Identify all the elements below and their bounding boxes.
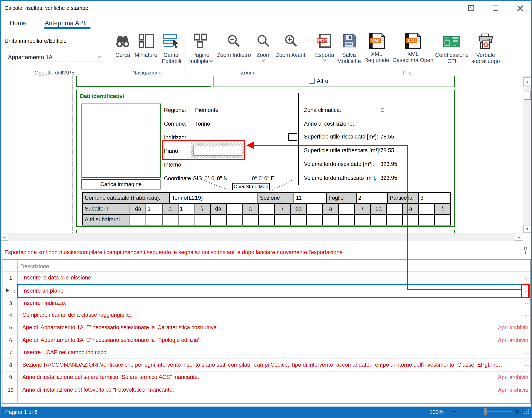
scroll-right-button[interactable]: ► <box>515 234 523 241</box>
error-row[interactable]: 7Inserire il CAP nel campo indirizzo... <box>3 347 530 359</box>
error-table-header[interactable]: Descrizione <box>20 263 49 270</box>
apri-archivio-link[interactable]: Apri archivio <box>498 337 528 344</box>
svg-text:PDF: PDF <box>318 38 327 43</box>
catasto-altri-cell[interactable] <box>402 214 419 225</box>
zoom-slider-track[interactable] <box>486 411 512 412</box>
catasto-altri-cell[interactable] <box>354 214 371 225</box>
catasto-subalterni-cell[interactable]: 1 <box>145 203 163 215</box>
error-row[interactable]: 8Sezione RACCOMANDAZIONI:Verificare che … <box>3 359 530 371</box>
catasto-subalterni-cell[interactable] <box>418 203 435 215</box>
miniature-button[interactable]: Miniature <box>134 33 158 59</box>
catasto-altri-cell[interactable] <box>434 214 451 225</box>
certificazione-cti-button[interactable]: Certificazione CTI <box>435 33 469 66</box>
error-table: Descrizione 1Inserire la data di emissio… <box>2 259 531 404</box>
pin-icon[interactable] <box>522 246 529 256</box>
group-label-zoom: Zoom <box>217 70 278 76</box>
catasto-subalterni-cell: da <box>130 203 146 215</box>
catasto-altri-cell[interactable] <box>322 214 339 225</box>
zoom-in-icon <box>284 34 298 47</box>
tab-anteprima-ape[interactable]: Anteprima APE <box>45 19 88 27</box>
tab-home[interactable]: Home <box>10 19 27 27</box>
error-row-options-button[interactable]: ... <box>525 311 532 318</box>
apri-archivio-link[interactable]: Apri archivio <box>498 387 528 393</box>
altro-checkbox[interactable] <box>309 78 315 84</box>
indirizzo-browse-button[interactable]: ... <box>288 133 297 141</box>
catasto-altri-cell[interactable] <box>370 214 387 225</box>
scroll-down-button[interactable]: ▼ <box>523 225 531 233</box>
error-row-options-button[interactable]: ... <box>525 299 532 306</box>
apri-archivio-link[interactable]: Apri archivio <box>498 325 528 331</box>
catasto-subalterni-cell[interactable] <box>258 203 275 215</box>
preview-hscrollbar[interactable]: ◄ ► <box>0 233 523 241</box>
error-row-options-button[interactable]: ... <box>525 273 532 280</box>
error-row-text: Ape di 'Appartamento 1A' E' necessario s… <box>22 337 199 343</box>
field-label-right-2: Superficie utile riscaldata [m²]: <box>304 134 378 140</box>
close-button[interactable] <box>517 5 523 12</box>
resize-grip[interactable] <box>522 408 530 415</box>
catasto-subalterni-cell[interactable] <box>386 203 403 215</box>
field-label-right-5: Volume lordo raffrescato [m³]: <box>304 175 377 181</box>
maximize-button[interactable] <box>493 6 498 11</box>
error-row[interactable]: 1Inserire la data di emissione.... <box>3 271 530 284</box>
catasto-altri-cell[interactable] <box>210 214 227 225</box>
zoom-in-slider-button[interactable] <box>514 409 520 415</box>
pagine-multiple-button[interactable]: Pagine multiple <box>189 33 212 66</box>
esporta-button[interactable]: PDF Esporta <box>314 33 335 66</box>
zoom-slider-thumb[interactable] <box>484 408 486 415</box>
error-row[interactable]: 9Anno di installazione del solare termic… <box>3 371 530 383</box>
catasto-altri-cell[interactable] <box>338 214 355 225</box>
scroll-up-button[interactable]: ▲ <box>523 77 531 86</box>
catasto-altri-cell[interactable] <box>162 214 178 225</box>
catasto-altri-cell[interactable] <box>242 214 259 225</box>
catasto-altri-cell[interactable] <box>226 214 243 225</box>
page-edge-line <box>464 76 464 233</box>
catasto-altri-cell[interactable] <box>145 214 163 225</box>
catasto-table: Comune catastale (Fabbricati):Torino(L21… <box>82 192 452 225</box>
catasto-altri-cell[interactable] <box>290 214 307 225</box>
field-value-right-3: 78.55 <box>380 147 394 154</box>
error-row[interactable]: 4Compilare i campi della classe raggiung… <box>3 309 530 321</box>
error-row-options-button[interactable]: ... <box>525 360 532 368</box>
xml-casaclima-button[interactable]: XML XML Casaclima Open <box>392 32 434 66</box>
catasto-altri-cell[interactable] <box>194 214 211 225</box>
catasto-altri-cell[interactable] <box>258 214 275 225</box>
catasto-altri-cell[interactable] <box>178 214 194 225</box>
carica-immagine-button[interactable]: Carica immagine <box>82 179 160 189</box>
scroll-left-button[interactable]: ◄ <box>0 234 8 241</box>
field-value-regione: Piemonte <box>195 107 218 113</box>
zoom-out-slider-button[interactable] <box>451 411 456 412</box>
campi-editabili-button[interactable]: Campi Editabili <box>162 33 181 66</box>
catasto-subalterni-cell[interactable] <box>306 203 323 215</box>
help-button[interactable]: ? <box>468 5 474 11</box>
catasto-subalterni-cell[interactable] <box>338 203 355 215</box>
salva-modifiche-button[interactable]: Salva Modifiche <box>337 33 361 66</box>
catasto-altri-cell[interactable] <box>386 214 403 225</box>
error-row[interactable]: 10Anno di installazione del fotovoltaico… <box>3 383 530 397</box>
error-row-number: 9 <box>4 374 17 381</box>
preview-vscrollbar[interactable]: ▲ ▼ <box>523 77 531 233</box>
error-row[interactable]: 5Ape di 'Appartamento 1A' E' necessario … <box>3 321 530 334</box>
verbale-sopralluogo-button[interactable]: Verbale sopralluogo <box>471 33 500 66</box>
error-row[interactable]: 6Ape di 'Appartamento 1A' E' necessario … <box>3 334 530 347</box>
zoom-button[interactable]: Zoom <box>255 33 272 66</box>
unita-immobiliare-combobox[interactable]: Appartamento 1A <box>5 52 104 62</box>
vscroll-thumb[interactable] <box>524 91 531 100</box>
catasto-altri-cell[interactable] <box>306 214 323 225</box>
catasto-subalterni-cell: a <box>162 203 178 215</box>
chevron-down-icon <box>261 59 265 62</box>
zoom-avanti-button[interactable]: Zoom Avanti <box>275 33 307 59</box>
catasto-subalterni-cell[interactable]: 1 <box>178 203 194 215</box>
catasto-subalterni-cell[interactable] <box>226 203 243 215</box>
error-row[interactable]: 3Inserire l'indirizzo.... <box>3 298 530 309</box>
catasto-altri-cell[interactable] <box>274 214 291 225</box>
cerca-button[interactable]: Cerca <box>114 33 132 59</box>
xml-regionale-button[interactable]: XML XML Regionale <box>363 32 390 66</box>
catasto-altri-cell[interactable] <box>418 214 435 225</box>
error-row-options-button[interactable]: ... <box>525 348 532 355</box>
apri-archivio-link[interactable]: Apri archivio <box>498 374 528 381</box>
column-divider-line <box>298 93 299 185</box>
zoom-indietro-button[interactable]: Zoom Indietro <box>216 33 252 59</box>
piano-highlight-box <box>162 140 245 160</box>
catasto-altri-cell[interactable] <box>130 214 146 225</box>
catasto-subalterni-cell: a <box>322 203 339 215</box>
